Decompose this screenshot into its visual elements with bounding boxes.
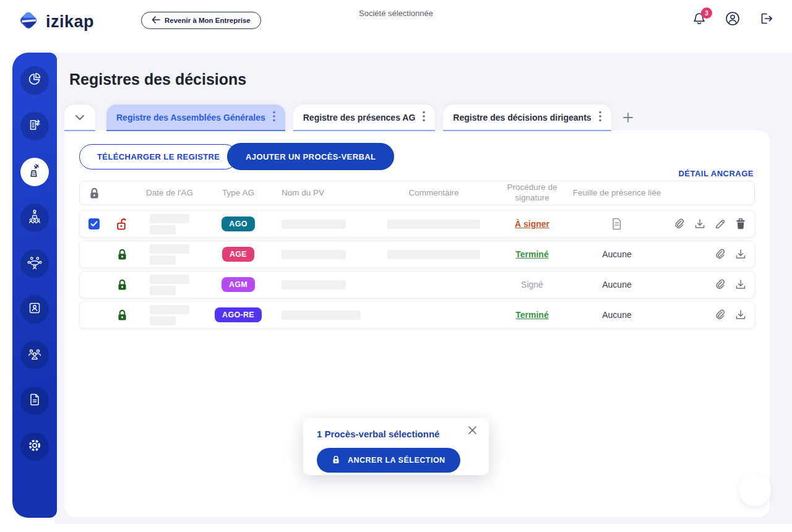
close-popup-button[interactable] xyxy=(465,424,479,438)
table-row: AGO À signer xyxy=(79,210,755,238)
download-register-button[interactable]: TÉLÉCHARGER LE REGISTRE xyxy=(79,144,238,169)
logout-icon xyxy=(759,11,773,28)
type-ag-badge: AGE xyxy=(222,247,254,262)
date-placeholder xyxy=(150,214,189,234)
nom-pv-placeholder xyxy=(282,250,346,259)
nom-pv-placeholder xyxy=(282,220,346,229)
presence-value: Aucune xyxy=(602,280,631,290)
contact-card-icon xyxy=(27,301,42,318)
notification-badge: 3 xyxy=(701,7,712,19)
signature-status-link[interactable]: Terminé xyxy=(515,310,548,320)
chevron-down-icon xyxy=(75,112,85,123)
sidebar-nav xyxy=(12,53,57,518)
lock-icon xyxy=(332,455,340,466)
tab-registre-decisions-dirigeants[interactable]: Registre des décisions dirigeants xyxy=(443,105,611,131)
row-checkbox-checked[interactable] xyxy=(88,218,100,230)
selection-count-message: 1 Procès-verbal sélectionné xyxy=(317,429,439,439)
sidebar-item-settings[interactable] xyxy=(20,432,49,461)
kebab-menu-icon[interactable] xyxy=(599,111,601,124)
table-header-row: Date de l'AG Type AG Nom du PV Commentai… xyxy=(79,181,755,205)
selected-company-label: Société sélectionnée xyxy=(0,9,792,18)
people-group-icon xyxy=(27,346,43,364)
attachment-icon[interactable] xyxy=(673,218,686,230)
meeting-table-icon xyxy=(27,254,43,273)
gavel-register-icon xyxy=(27,163,43,181)
download-icon[interactable] xyxy=(734,278,747,291)
sidebar-item-contacts[interactable] xyxy=(20,295,49,324)
user-account-icon xyxy=(725,11,741,29)
tab-registre-presences-ag[interactable]: Registre des présences AG xyxy=(293,105,436,131)
signature-status: Signé xyxy=(521,280,543,290)
presence-doc-icon[interactable] xyxy=(569,217,665,231)
add-tab-button[interactable] xyxy=(619,106,637,131)
download-icon[interactable] xyxy=(734,248,747,260)
locked-green-icon xyxy=(108,309,136,322)
commentaire-placeholder xyxy=(387,250,480,259)
sidebar-item-meetings[interactable] xyxy=(20,249,49,278)
type-ag-badge: AGM xyxy=(222,277,255,292)
account-button[interactable] xyxy=(724,11,741,28)
date-placeholder xyxy=(150,244,189,265)
close-icon xyxy=(468,426,477,437)
kebab-menu-icon[interactable] xyxy=(423,111,425,124)
attachment-icon[interactable] xyxy=(714,309,726,321)
edit-icon[interactable] xyxy=(714,218,726,230)
locked-green-icon xyxy=(108,278,136,291)
col-nom-pv: Nom du PV xyxy=(273,188,372,199)
page-title: Registres des décisions xyxy=(69,71,246,88)
assembly-speaker-icon xyxy=(27,208,43,227)
type-ag-badge: AGO xyxy=(222,217,254,231)
tab-label: Registre des présences AG xyxy=(303,113,416,122)
sidebar-item-statistics[interactable] xyxy=(20,66,49,95)
logout-button[interactable] xyxy=(757,11,775,28)
notifications-button[interactable]: 3 xyxy=(691,11,708,28)
table-row: AGE Terminé Aucune xyxy=(79,241,755,268)
bottom-strip xyxy=(0,524,792,532)
date-placeholder xyxy=(150,275,189,295)
nom-pv-placeholder xyxy=(282,280,346,290)
col-procedure-signature: Procédure de signature xyxy=(496,182,569,204)
nom-pv-placeholder xyxy=(282,311,361,320)
commentaire-placeholder xyxy=(387,220,480,229)
plus-icon xyxy=(622,112,634,126)
col-feuille-presence: Feuille de présence liée xyxy=(569,188,665,199)
col-date-ag: Date de l'AG xyxy=(136,188,204,199)
download-icon[interactable] xyxy=(734,309,747,321)
col-type-ag: Type AG xyxy=(204,188,273,199)
unlocked-red-icon[interactable] xyxy=(108,217,136,231)
document-icon xyxy=(27,392,42,410)
anchor-selection-button[interactable]: ANCRER LA SÉLECTION xyxy=(317,448,460,473)
detail-ancrage-link[interactable]: DÉTAIL ANCRAGE xyxy=(678,169,754,178)
tab-registre-assemblees-generales[interactable]: Registre des Assemblées Générales xyxy=(106,105,285,131)
selection-popup: 1 Procès-verbal sélectionné ANCRER LA SÉ… xyxy=(303,418,489,475)
sidebar-item-registers[interactable] xyxy=(20,158,49,186)
tabs-collapse-button[interactable] xyxy=(64,105,95,131)
pv-table: Date de l'AG Type AG Nom du PV Commentai… xyxy=(79,181,755,332)
tab-label: Registre des Assemblées Générales xyxy=(116,113,265,122)
add-proces-verbal-button[interactable]: AJOUTER UN PROCÈS-VERBAL xyxy=(227,143,394,170)
tab-label: Registre des décisions dirigeants xyxy=(453,113,591,122)
settings-gear-icon xyxy=(27,437,43,456)
signature-status-link[interactable]: À signer xyxy=(515,219,549,229)
signature-status-link[interactable]: Terminé xyxy=(515,249,548,259)
document-transfer-icon xyxy=(27,118,42,135)
sidebar-item-team[interactable] xyxy=(20,341,49,369)
kebab-menu-icon[interactable] xyxy=(273,111,275,124)
attachment-icon[interactable] xyxy=(714,278,726,291)
anchor-button-label: ANCRER LA SÉLECTION xyxy=(348,456,446,465)
pie-chart-icon xyxy=(27,72,42,89)
date-placeholder xyxy=(150,305,189,325)
col-commentaire: Commentaire xyxy=(372,188,496,199)
delete-icon[interactable] xyxy=(734,218,747,230)
sidebar-item-transfers[interactable] xyxy=(20,112,49,140)
sidebar-item-assemblies[interactable] xyxy=(20,204,49,232)
register-tabs: Registre des Assemblées Générales Regist… xyxy=(64,104,637,131)
sidebar-item-documents[interactable] xyxy=(20,387,49,415)
download-icon[interactable] xyxy=(694,218,706,230)
locked-green-icon xyxy=(108,248,136,261)
presence-value: Aucune xyxy=(602,249,631,259)
type-ag-badge: AGO-RE xyxy=(215,307,262,322)
chat-widget-button[interactable] xyxy=(739,474,771,506)
header-lock-icon xyxy=(80,187,108,200)
attachment-icon[interactable] xyxy=(714,248,726,260)
